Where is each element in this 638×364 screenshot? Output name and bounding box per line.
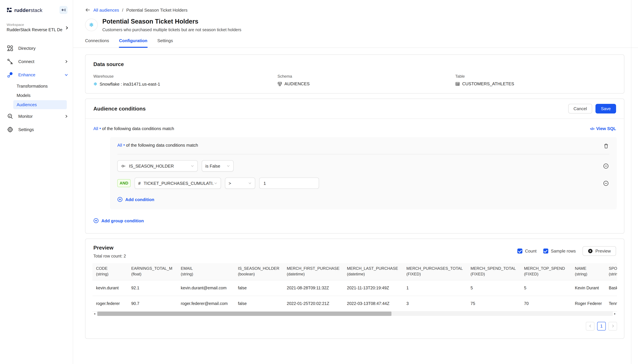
column-header[interactable]: MERCH_LAST_PURCHASE(datetime) <box>343 263 403 280</box>
column-header[interactable]: IS_SEASON_HOLDER(boolean) <box>234 263 283 280</box>
tab-settings[interactable]: Settings <box>157 38 173 48</box>
rudderstack-logo-icon <box>7 7 12 12</box>
table-row[interactable]: kevin.durant 92.1 kevin.durant@email.com… <box>92 280 617 296</box>
table-label: Table <box>455 74 616 79</box>
minus-circle-icon <box>603 180 609 186</box>
checkbox-checked-icon[interactable] <box>517 248 522 254</box>
table-value: CUSTOMERS_ATHLETES <box>462 81 514 86</box>
directory-icon <box>7 45 13 52</box>
warehouse-label: Warehouse <box>93 74 278 79</box>
schema-icon <box>278 82 282 86</box>
table-field: Table CUSTOMERS_ATHLETES <box>455 74 616 86</box>
chevron-down-icon <box>248 182 252 185</box>
group-match-suffix: of the following data conditions match <box>126 143 198 148</box>
preview-table: CODE(string) EARNINGS_TOTAL_M(float) EMA… <box>92 263 617 316</box>
collapse-arrow-icon <box>61 8 66 12</box>
sidebar-item-audiences[interactable]: Audiences <box>13 100 67 109</box>
snowflake-avatar: ❄ <box>85 18 98 31</box>
chevron-right-icon <box>65 26 69 30</box>
column-header[interactable]: MERCH_PURCHASES_TOTAL(FIXED) <box>403 263 467 280</box>
pagination: 1 <box>92 322 617 330</box>
sidebar: rudderstack Workspace RudderStack Revers… <box>0 0 73 364</box>
cancel-button[interactable]: Cancel <box>568 104 592 114</box>
data-source-title: Data source <box>93 62 616 67</box>
table-header-row: CODE(string) EARNINGS_TOTAL_M(float) EMA… <box>92 263 617 280</box>
scrollbar-track[interactable] <box>97 312 613 316</box>
column-header[interactable]: EARNINGS_TOTAL_M(float) <box>128 263 177 280</box>
save-button[interactable]: Save <box>596 104 616 114</box>
breadcrumb: All audiences / Potential Season Ticket … <box>73 0 638 12</box>
condition-value-input[interactable] <box>259 178 319 189</box>
sidebar-item-transformations[interactable]: Transformations <box>13 82 67 90</box>
audience-conditions-card: Audience conditions Cancel Save All ▾ of… <box>85 98 624 234</box>
rudderstack-logo[interactable]: rudderstack <box>7 7 42 13</box>
preview-card: Preview Total row count: 2 Count Sample … <box>85 238 624 339</box>
minus-circle-icon <box>603 163 609 169</box>
operator-select-2[interactable]: > <box>225 178 255 189</box>
column-header[interactable]: MERCH_TOP_SPEND(FIXED) <box>520 263 571 280</box>
scroll-gutter-divider <box>631 0 631 364</box>
sidebar-item-monitor[interactable]: Monitor <box>0 110 73 123</box>
connect-icon <box>7 58 13 65</box>
main-panel: All audiences / Potential Season Ticket … <box>73 0 638 364</box>
outer-match-all-dropdown[interactable]: All ▾ <box>93 126 101 131</box>
table-row[interactable]: roger.federer 90.7 roger.federer@email.c… <box>92 296 617 311</box>
boolean-toggle-icon <box>121 164 126 168</box>
sidebar-item-models[interactable]: Models <box>13 91 67 100</box>
number-hash-icon: # <box>138 181 141 186</box>
workspace-label: Workspace <box>7 22 68 26</box>
workspace-name: RudderStack Reverse ETL Den <box>7 28 63 32</box>
add-group-condition-button[interactable]: Add group condition <box>93 218 616 223</box>
chevron-right-icon <box>65 60 68 63</box>
trash-icon <box>603 143 609 149</box>
count-checkbox[interactable]: Count <box>517 248 536 254</box>
chevron-right-icon <box>611 324 614 328</box>
and-joiner-tag: AND <box>117 179 131 187</box>
chevron-down-icon <box>65 73 68 76</box>
schema-value: AUDIENCES <box>284 81 310 86</box>
operator-select-1[interactable]: is False <box>202 160 234 172</box>
sidebar-item-connect[interactable]: Connect <box>0 55 73 68</box>
pagination-prev-button[interactable] <box>586 322 594 330</box>
remove-condition-2-button[interactable] <box>602 180 609 187</box>
back-arrow-icon[interactable] <box>85 7 90 12</box>
column-header[interactable]: CODE(string) <box>92 263 128 280</box>
scroll-right-icon[interactable]: ► <box>613 312 617 316</box>
schema-label: Schema <box>278 74 455 79</box>
sidebar-item-enhance[interactable]: Enhance <box>0 68 73 81</box>
preview-button[interactable]: Preview <box>582 246 616 256</box>
column-header[interactable]: NAME(string) <box>571 263 605 280</box>
tab-configuration[interactable]: Configuration <box>119 38 147 48</box>
field-select-1[interactable]: IS_SEASON_HOLDER <box>117 160 198 172</box>
chevron-down-icon <box>214 182 217 185</box>
view-sql-link[interactable]: </> View SQL <box>590 126 616 131</box>
scrollbar-thumb[interactable] <box>97 312 392 316</box>
workspace-switcher[interactable]: Workspace RudderStack Reverse ETL Den <box>7 22 68 32</box>
column-header[interactable]: EMAIL(string) <box>177 263 234 280</box>
schema-field: Schema AUDIENCES <box>278 74 455 86</box>
field-select-2[interactable]: # TICKET_PURCHASES_CUMULATI... <box>135 178 221 189</box>
column-header[interactable]: SPORT(string) <box>605 263 617 280</box>
tab-connections[interactable]: Connections <box>85 38 109 48</box>
sidebar-item-settings[interactable]: Settings <box>0 123 73 136</box>
add-condition-button[interactable]: Add condition <box>117 197 609 202</box>
checkbox-checked-icon[interactable] <box>543 248 548 254</box>
remove-condition-1-button[interactable] <box>602 162 609 170</box>
pagination-page-1[interactable]: 1 <box>597 322 606 330</box>
scroll-left-icon[interactable]: ◄ <box>92 312 97 316</box>
pagination-next-button[interactable] <box>608 322 617 330</box>
breadcrumb-all-audiences[interactable]: All audiences <box>93 8 119 12</box>
code-icon: </> <box>590 126 594 130</box>
sidebar-collapse-button[interactable] <box>60 6 68 14</box>
condition-group: All ▾ of the following data conditions m… <box>110 137 617 209</box>
group-match-all-dropdown[interactable]: All ▾ <box>117 143 125 148</box>
chevron-right-icon <box>65 114 68 118</box>
delete-group-button[interactable] <box>603 143 609 149</box>
column-header[interactable]: MERCH_SPEND_TOTAL(FIXED) <box>467 263 520 280</box>
condition-row-2: AND # TICKET_PURCHASES_CUMULATI... > <box>117 178 609 189</box>
breadcrumb-current: Potential Season Ticket Holders <box>126 8 187 12</box>
sample-rows-checkbox[interactable]: Sample rows <box>543 248 576 254</box>
column-header[interactable]: MERCH_FIRST_PURCHASE(datetime) <box>283 263 343 280</box>
chevron-left-icon <box>588 324 592 328</box>
sidebar-item-directory[interactable]: Directory <box>0 42 73 55</box>
